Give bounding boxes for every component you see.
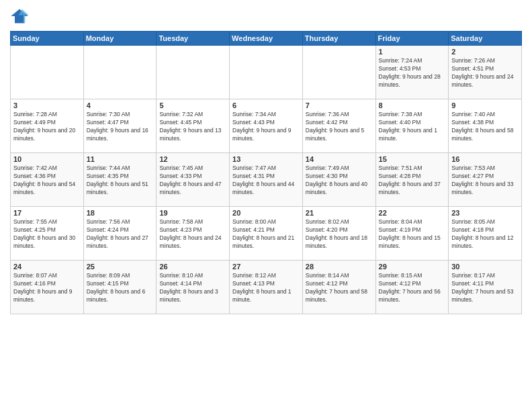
day-info: Sunrise: 7:42 AM Sunset: 4:36 PM Dayligh… <box>13 165 81 197</box>
day-cell: 19Sunrise: 7:58 AM Sunset: 4:23 PM Dayli… <box>157 207 230 261</box>
col-header-thursday: Thursday <box>302 32 375 46</box>
day-number: 21 <box>306 209 373 217</box>
day-cell <box>230 46 303 99</box>
day-cell: 8Sunrise: 7:38 AM Sunset: 4:40 PM Daylig… <box>375 99 449 153</box>
header <box>10 7 522 26</box>
day-cell: 20Sunrise: 8:00 AM Sunset: 4:21 PM Dayli… <box>230 207 303 261</box>
day-info: Sunrise: 8:09 AM Sunset: 4:15 PM Dayligh… <box>87 272 154 304</box>
day-info: Sunrise: 7:49 AM Sunset: 4:30 PM Dayligh… <box>306 165 373 197</box>
day-cell: 12Sunrise: 7:45 AM Sunset: 4:33 PM Dayli… <box>157 153 230 207</box>
day-number: 14 <box>306 155 373 163</box>
day-cell: 1Sunrise: 7:24 AM Sunset: 4:53 PM Daylig… <box>375 46 449 99</box>
day-info: Sunrise: 7:53 AM Sunset: 4:27 PM Dayligh… <box>451 165 519 197</box>
day-info: Sunrise: 8:10 AM Sunset: 4:14 PM Dayligh… <box>159 272 226 304</box>
day-number: 27 <box>232 263 300 271</box>
col-header-sunday: Sunday <box>11 32 84 46</box>
col-header-wednesday: Wednesday <box>230 32 303 46</box>
day-info: Sunrise: 7:56 AM Sunset: 4:24 PM Dayligh… <box>87 218 154 250</box>
day-cell <box>157 46 230 99</box>
day-cell: 21Sunrise: 8:02 AM Sunset: 4:20 PM Dayli… <box>302 207 375 261</box>
day-cell: 4Sunrise: 7:30 AM Sunset: 4:47 PM Daylig… <box>83 99 157 153</box>
day-cell: 7Sunrise: 7:36 AM Sunset: 4:42 PM Daylig… <box>302 99 375 153</box>
day-number: 22 <box>379 209 446 217</box>
day-info: Sunrise: 8:07 AM Sunset: 4:16 PM Dayligh… <box>13 272 81 304</box>
day-number: 25 <box>87 263 154 271</box>
day-number: 11 <box>87 155 154 163</box>
day-info: Sunrise: 7:58 AM Sunset: 4:23 PM Dayligh… <box>159 218 226 250</box>
day-number: 3 <box>13 101 81 109</box>
day-info: Sunrise: 7:26 AM Sunset: 4:51 PM Dayligh… <box>451 57 519 89</box>
day-cell: 14Sunrise: 7:49 AM Sunset: 4:30 PM Dayli… <box>302 153 375 207</box>
col-header-monday: Monday <box>83 32 157 46</box>
day-number: 30 <box>451 263 519 271</box>
day-number: 7 <box>306 101 373 109</box>
day-number: 26 <box>159 263 226 271</box>
day-number: 13 <box>232 155 300 163</box>
week-row-1: 1Sunrise: 7:24 AM Sunset: 4:53 PM Daylig… <box>11 46 522 99</box>
day-number: 23 <box>451 209 519 217</box>
day-info: Sunrise: 8:17 AM Sunset: 4:11 PM Dayligh… <box>451 272 519 304</box>
day-cell: 6Sunrise: 7:34 AM Sunset: 4:43 PM Daylig… <box>230 99 303 153</box>
day-number: 24 <box>13 263 81 271</box>
day-number: 8 <box>379 101 446 109</box>
day-cell: 23Sunrise: 8:05 AM Sunset: 4:18 PM Dayli… <box>449 207 522 261</box>
day-info: Sunrise: 7:51 AM Sunset: 4:28 PM Dayligh… <box>379 165 446 197</box>
week-row-4: 17Sunrise: 7:55 AM Sunset: 4:25 PM Dayli… <box>11 207 522 261</box>
day-number: 15 <box>379 155 446 163</box>
logo-icon <box>10 7 29 26</box>
day-cell: 24Sunrise: 8:07 AM Sunset: 4:16 PM Dayli… <box>11 261 84 314</box>
day-info: Sunrise: 7:44 AM Sunset: 4:35 PM Dayligh… <box>87 165 154 197</box>
page: SundayMondayTuesdayWednesdayThursdayFrid… <box>0 0 532 411</box>
day-cell: 9Sunrise: 7:40 AM Sunset: 4:38 PM Daylig… <box>449 99 522 153</box>
day-number: 16 <box>451 155 519 163</box>
day-info: Sunrise: 8:02 AM Sunset: 4:20 PM Dayligh… <box>306 218 373 250</box>
col-header-saturday: Saturday <box>449 32 522 46</box>
logo <box>10 7 30 26</box>
day-info: Sunrise: 7:45 AM Sunset: 4:33 PM Dayligh… <box>159 165 226 197</box>
col-header-tuesday: Tuesday <box>157 32 230 46</box>
day-number: 9 <box>451 101 519 109</box>
day-number: 18 <box>87 209 154 217</box>
day-cell: 11Sunrise: 7:44 AM Sunset: 4:35 PM Dayli… <box>83 153 157 207</box>
day-cell: 15Sunrise: 7:51 AM Sunset: 4:28 PM Dayli… <box>375 153 449 207</box>
day-cell: 26Sunrise: 8:10 AM Sunset: 4:14 PM Dayli… <box>157 261 230 314</box>
day-info: Sunrise: 7:40 AM Sunset: 4:38 PM Dayligh… <box>451 111 519 143</box>
day-cell: 28Sunrise: 8:14 AM Sunset: 4:12 PM Dayli… <box>302 261 375 314</box>
day-number: 4 <box>87 101 154 109</box>
day-cell: 22Sunrise: 8:04 AM Sunset: 4:19 PM Dayli… <box>375 207 449 261</box>
day-info: Sunrise: 7:55 AM Sunset: 4:25 PM Dayligh… <box>13 218 81 250</box>
day-number: 6 <box>232 101 300 109</box>
day-cell: 2Sunrise: 7:26 AM Sunset: 4:51 PM Daylig… <box>449 46 522 99</box>
day-info: Sunrise: 7:24 AM Sunset: 4:53 PM Dayligh… <box>379 57 446 89</box>
day-cell: 27Sunrise: 8:12 AM Sunset: 4:13 PM Dayli… <box>230 261 303 314</box>
day-info: Sunrise: 7:30 AM Sunset: 4:47 PM Dayligh… <box>87 111 154 143</box>
week-row-2: 3Sunrise: 7:28 AM Sunset: 4:49 PM Daylig… <box>11 99 522 153</box>
calendar-table: SundayMondayTuesdayWednesdayThursdayFrid… <box>10 31 522 314</box>
week-row-3: 10Sunrise: 7:42 AM Sunset: 4:36 PM Dayli… <box>11 153 522 207</box>
day-cell: 25Sunrise: 8:09 AM Sunset: 4:15 PM Dayli… <box>83 261 157 314</box>
day-cell: 30Sunrise: 8:17 AM Sunset: 4:11 PM Dayli… <box>449 261 522 314</box>
col-header-friday: Friday <box>375 32 449 46</box>
day-number: 20 <box>232 209 300 217</box>
day-number: 17 <box>13 209 81 217</box>
day-info: Sunrise: 8:15 AM Sunset: 4:12 PM Dayligh… <box>379 272 446 304</box>
day-info: Sunrise: 8:05 AM Sunset: 4:18 PM Dayligh… <box>451 218 519 250</box>
day-number: 28 <box>306 263 373 271</box>
day-cell: 3Sunrise: 7:28 AM Sunset: 4:49 PM Daylig… <box>11 99 84 153</box>
week-row-5: 24Sunrise: 8:07 AM Sunset: 4:16 PM Dayli… <box>11 261 522 314</box>
day-cell: 29Sunrise: 8:15 AM Sunset: 4:12 PM Dayli… <box>375 261 449 314</box>
day-cell: 5Sunrise: 7:32 AM Sunset: 4:45 PM Daylig… <box>157 99 230 153</box>
day-info: Sunrise: 8:14 AM Sunset: 4:12 PM Dayligh… <box>306 272 373 304</box>
day-cell: 17Sunrise: 7:55 AM Sunset: 4:25 PM Dayli… <box>11 207 84 261</box>
day-info: Sunrise: 7:47 AM Sunset: 4:31 PM Dayligh… <box>232 165 300 197</box>
day-info: Sunrise: 7:32 AM Sunset: 4:45 PM Dayligh… <box>159 111 226 143</box>
day-info: Sunrise: 7:34 AM Sunset: 4:43 PM Dayligh… <box>232 111 300 143</box>
day-number: 10 <box>13 155 81 163</box>
day-number: 19 <box>159 209 226 217</box>
day-info: Sunrise: 7:28 AM Sunset: 4:49 PM Dayligh… <box>13 111 81 143</box>
day-cell <box>11 46 84 99</box>
day-cell: 10Sunrise: 7:42 AM Sunset: 4:36 PM Dayli… <box>11 153 84 207</box>
header-row: SundayMondayTuesdayWednesdayThursdayFrid… <box>11 32 522 46</box>
day-info: Sunrise: 7:36 AM Sunset: 4:42 PM Dayligh… <box>306 111 373 143</box>
day-cell <box>83 46 157 99</box>
